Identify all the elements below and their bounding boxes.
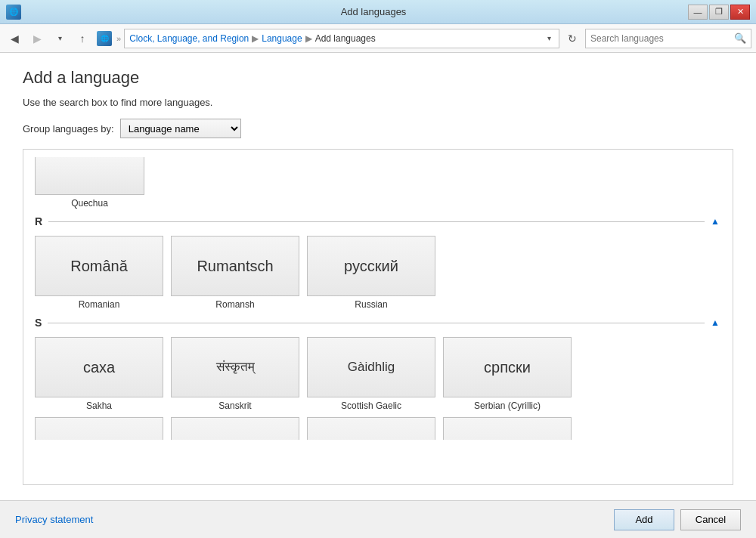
list-item[interactable]: српски Serbian (Cyrillic) [443, 337, 572, 411]
lang-tile-serbian[interactable]: српски [443, 337, 572, 397]
list-item[interactable]: русский Russian [307, 236, 435, 310]
breadcrumb-bar: Clock, Language, and Region ▶ Language ▶… [124, 29, 559, 48]
add-button[interactable]: Add [614, 509, 674, 530]
window-controls: — ❐ ✕ [688, 5, 750, 20]
cancel-button[interactable]: Cancel [680, 509, 741, 530]
breadcrumb-sep-2: ▶ [305, 33, 312, 44]
breadcrumb-separator-0: » [116, 34, 121, 43]
page-title: Add a language [23, 68, 733, 88]
section-collapse-s[interactable]: ▲ [709, 316, 721, 329]
lang-name-scottish-gaelic: Scottish Gaelic [341, 400, 401, 411]
lang-tile-russian[interactable]: русский [307, 236, 435, 296]
lang-tile-text: संस्कृतम् [216, 360, 255, 375]
app-icon-small: 🌐 [97, 31, 112, 46]
breadcrumb-language[interactable]: Language [262, 33, 302, 44]
breadcrumb-current: Add languages [315, 33, 376, 44]
page-description: Use the search box to find more language… [23, 97, 733, 108]
breadcrumb-dropdown-btn[interactable]: ▾ [544, 34, 554, 42]
partial-bottom-row [35, 417, 721, 440]
lang-name-sanskrit: Sanskrit [218, 400, 251, 411]
lang-name-sakha: Sakha [86, 400, 112, 411]
lang-tile-text: српски [484, 359, 531, 376]
lang-grid-s: саха Sakha संस्कृतम् Sanskrit Gàidhlig S… [35, 337, 721, 411]
forward-button[interactable]: ▶ [27, 29, 47, 48]
section-letter-s: S [35, 317, 42, 329]
breadcrumb-sep-1: ▶ [252, 33, 259, 44]
main-content: Add a language Use the search box to fin… [0, 53, 756, 500]
search-icon: 🔍 [734, 32, 746, 44]
footer: Privacy statement Add Cancel [0, 500, 756, 538]
group-by-select[interactable]: Language name [120, 119, 241, 138]
lang-tile-text: русский [344, 258, 398, 275]
list-item[interactable]: Quechua [35, 157, 144, 209]
section-header-r: R ▲ [35, 215, 721, 228]
lang-tile-partial-2 [171, 417, 299, 440]
lang-tile-romanian[interactable]: Română [35, 236, 163, 296]
maximize-button[interactable]: ❐ [709, 5, 729, 20]
list-item[interactable]: Gàidhlig Scottish Gaelic [307, 337, 435, 411]
back-button[interactable]: ◀ [5, 29, 24, 48]
dropdown-button[interactable]: ▾ [50, 29, 70, 48]
search-input[interactable] [590, 33, 734, 44]
section-letter-r: R [35, 215, 42, 227]
quechua-partial-section: Quechua [35, 157, 721, 209]
list-item[interactable]: संस्कृतम् Sanskrit [171, 337, 299, 411]
list-item[interactable]: саха Sakha [35, 337, 163, 411]
list-item[interactable]: Rumantsch Romansh [171, 236, 299, 310]
section-line-s [48, 323, 705, 323]
lang-tile-partial-3 [307, 417, 435, 440]
lang-grid-r: Română Romanian Rumantsch Romansh русски… [35, 236, 721, 310]
minimize-button[interactable]: — [688, 5, 708, 20]
lang-tile-sakha[interactable]: саха [35, 337, 163, 397]
section-collapse-r[interactable]: ▲ [709, 215, 721, 228]
lang-tile-text: Română [70, 258, 128, 275]
up-button[interactable]: ↑ [73, 29, 92, 48]
lang-tile-text: саха [83, 359, 115, 376]
language-grid-scroll[interactable]: Quechua R ▲ Română Romanian [23, 150, 733, 484]
lang-tile-scottish-gaelic[interactable]: Gàidhlig [307, 337, 435, 397]
title-bar: 🌐 Add languages — ❐ ✕ [0, 0, 756, 24]
breadcrumb-clock[interactable]: Clock, Language, and Region [129, 33, 249, 44]
lang-name-romansh: Romansh [215, 299, 254, 310]
refresh-button[interactable]: ↻ [562, 29, 582, 48]
lang-tile-partial-4 [443, 417, 572, 440]
lang-tile-romansh[interactable]: Rumantsch [171, 236, 299, 296]
lang-tile-partial-1 [35, 417, 163, 440]
window-title: Add languages [59, 6, 688, 17]
app-icon: 🌐 [6, 5, 21, 20]
lang-name-quechua: Quechua [71, 198, 108, 209]
privacy-link[interactable]: Privacy statement [15, 514, 93, 525]
lang-name-russian: Russian [355, 299, 387, 310]
lang-name-romanian: Romanian [79, 299, 120, 310]
lang-tile-sanskrit[interactable]: संस्कृतम् [171, 337, 299, 397]
language-grid-wrapper: Quechua R ▲ Română Romanian [23, 149, 733, 485]
list-item[interactable]: Română Romanian [35, 236, 163, 310]
lang-tile-text: Rumantsch [197, 258, 273, 275]
lang-tile-text: Gàidhlig [348, 360, 395, 375]
section-line-r [48, 221, 705, 222]
search-box: 🔍 [585, 29, 751, 48]
lang-name-serbian: Serbian (Cyrillic) [474, 400, 541, 411]
section-header-s: S ▲ [35, 316, 721, 329]
close-button[interactable]: ✕ [730, 5, 750, 20]
footer-buttons: Add Cancel [614, 509, 741, 530]
address-bar: ◀ ▶ ▾ ↑ 🌐 » Clock, Language, and Region … [0, 24, 756, 53]
group-by-label: Group languages by: [23, 123, 114, 134]
lang-tile-quechua[interactable] [35, 157, 144, 195]
group-by-row: Group languages by: Language name [23, 119, 733, 138]
